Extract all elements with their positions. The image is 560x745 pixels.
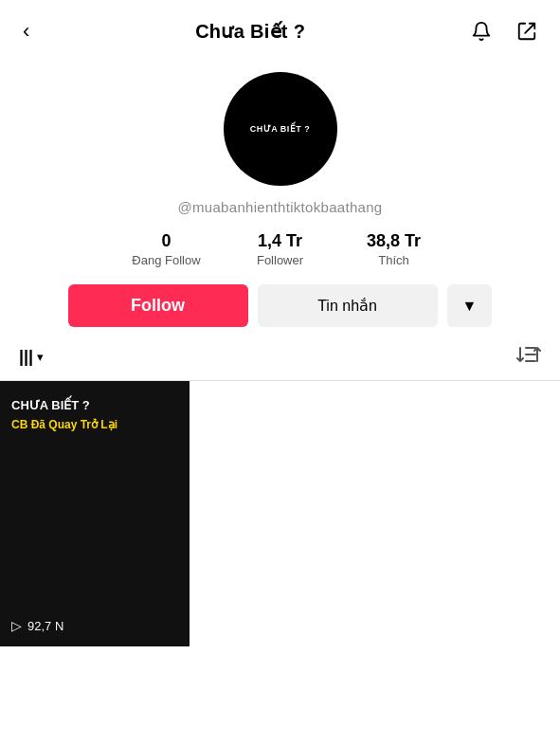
bell-icon bbox=[471, 21, 492, 42]
dropdown-button[interactable]: ▼ bbox=[447, 284, 493, 327]
notification-button[interactable] bbox=[467, 17, 496, 45]
stat-following: 0 Đang Follow bbox=[110, 231, 224, 267]
avatar[interactable]: CHƯA BIẾT ? bbox=[224, 72, 337, 186]
sort-icon[interactable] bbox=[516, 344, 541, 369]
stat-likes-label: Thích bbox=[378, 253, 409, 267]
video-footer: ▷ 92,7 N bbox=[11, 618, 63, 633]
avatar-text: CHƯA BIẾT ? bbox=[250, 124, 311, 134]
stat-followers: 1,4 Tr Follower bbox=[224, 231, 337, 267]
filter-chevron-icon[interactable]: ▾ bbox=[37, 350, 44, 364]
page-title: Chưa Biết ? bbox=[195, 20, 305, 43]
header: ‹ Chưa Biết ? bbox=[0, 0, 560, 63]
share-icon bbox=[516, 21, 537, 42]
filter-section: ||| ▾ bbox=[0, 344, 560, 369]
username-section: @muabanhienthtiktokbaathang bbox=[0, 199, 560, 216]
message-button[interactable]: Tin nhắn bbox=[258, 284, 438, 327]
stat-following-label: Đang Follow bbox=[132, 253, 200, 267]
avatar-section: CHƯA BIẾT ? bbox=[0, 72, 560, 186]
filter-left: ||| ▾ bbox=[19, 347, 44, 367]
stat-following-value: 0 bbox=[161, 231, 171, 251]
filter-icon[interactable]: ||| bbox=[19, 347, 33, 367]
stat-followers-value: 1,4 Tr bbox=[258, 231, 302, 251]
play-icon: ▷ bbox=[11, 618, 22, 633]
header-icons bbox=[467, 17, 541, 45]
back-button[interactable]: ‹ bbox=[19, 15, 33, 47]
actions-section: Follow Tin nhắn ▼ bbox=[0, 284, 560, 327]
stats-section: 0 Đang Follow 1,4 Tr Follower 38,8 Tr Th… bbox=[0, 231, 560, 267]
share-button[interactable] bbox=[513, 17, 541, 45]
video-thumbnail[interactable]: CHƯA BIẾT ? CB Đã Quay Trở Lại ▷ 92,7 N bbox=[0, 381, 190, 646]
stat-likes: 38,8 Tr Thích bbox=[337, 231, 451, 267]
follow-button[interactable]: Follow bbox=[68, 284, 248, 327]
username-handle: @muabanhienthtiktokbaathang bbox=[178, 199, 383, 215]
stat-likes-value: 38,8 Tr bbox=[367, 231, 421, 251]
video-title: CHƯA BIẾT ? bbox=[0, 381, 190, 418]
view-count: 92,7 N bbox=[27, 619, 63, 633]
stat-followers-label: Follower bbox=[257, 253, 303, 267]
video-subtitle: CB Đã Quay Trở Lại bbox=[0, 418, 190, 431]
